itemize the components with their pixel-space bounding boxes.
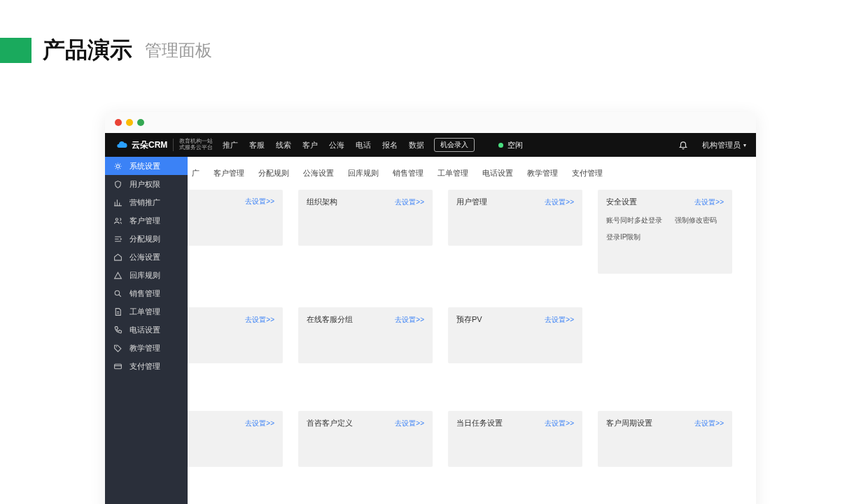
settings-card: 置去设置>> bbox=[188, 307, 283, 363]
settings-card: 用户管理去设置>> bbox=[448, 190, 582, 246]
content: 广客户管理分配规则公海设置回库规则销售管理工单管理电话设置教学管理支付管理 去设… bbox=[188, 157, 756, 504]
nav-service[interactable]: 客服 bbox=[249, 140, 265, 150]
topbar: 云朵CRM 教育机构一站 式服务云平台 推广 客服 线索 客户 公海 电话 报名… bbox=[105, 133, 756, 157]
accent-block bbox=[0, 38, 31, 63]
sidebar-item-3[interactable]: 客户管理 bbox=[105, 211, 188, 230]
subtab-1[interactable]: 分配规则 bbox=[251, 164, 296, 183]
sidebar-item-8[interactable]: 工单管理 bbox=[105, 302, 188, 321]
bell-icon[interactable] bbox=[678, 140, 688, 150]
svg-point-2 bbox=[116, 346, 118, 347]
card-setup-link[interactable]: 去设置>> bbox=[545, 197, 574, 207]
card-row-1: 去设置>>组织架构去设置>>用户管理去设置>>安全设置去设置>>账号同时多处登录… bbox=[188, 190, 756, 274]
status-dot-icon bbox=[498, 143, 503, 148]
search-icon bbox=[113, 289, 122, 298]
cloud-icon bbox=[115, 139, 129, 150]
nav-signup[interactable]: 报名 bbox=[382, 140, 398, 150]
card-icon bbox=[113, 362, 122, 371]
card-row-2: 置去设置>>在线客服分组去设置>>预存PV去设置>> bbox=[188, 307, 756, 363]
subtabs: 广客户管理分配规则公海设置回库规则销售管理工单管理电话设置教学管理支付管理 bbox=[188, 157, 756, 190]
logo[interactable]: 云朵CRM 教育机构一站 式服务云平台 bbox=[115, 139, 213, 151]
sidebar-item-label: 教学管理 bbox=[130, 343, 160, 354]
app-window: 云朵CRM 教育机构一站 式服务云平台 推广 客服 线索 客户 公海 电话 报名… bbox=[105, 112, 756, 504]
users-icon bbox=[113, 216, 122, 225]
triangle-icon bbox=[113, 271, 122, 280]
house-icon bbox=[113, 253, 122, 262]
subtab-2[interactable]: 公海设置 bbox=[296, 164, 341, 183]
sidebar-item-11[interactable]: 支付管理 bbox=[105, 357, 188, 375]
status-indicator[interactable]: 空闲 bbox=[498, 140, 523, 150]
subtab-5[interactable]: 工单管理 bbox=[430, 164, 475, 183]
nav-pool[interactable]: 公海 bbox=[329, 140, 344, 150]
card-title: 在线客服分组 bbox=[307, 314, 353, 325]
sidebar-item-label: 支付管理 bbox=[130, 361, 160, 372]
subtab-4[interactable]: 销售管理 bbox=[386, 164, 430, 183]
subtab-8[interactable]: 支付管理 bbox=[565, 164, 610, 183]
nav-data[interactable]: 数据 bbox=[409, 140, 424, 150]
card-title: 首咨客户定义 bbox=[307, 418, 353, 428]
sidebar-item-5[interactable]: 公海设置 bbox=[105, 248, 188, 266]
card-setup-link[interactable]: 去设置>> bbox=[694, 197, 724, 207]
card-option: 登录IP限制 bbox=[606, 232, 640, 242]
subtab-6[interactable]: 电话设置 bbox=[475, 164, 520, 183]
sidebar: 系统设置用户权限营销推广客户管理分配规则公海设置回库规则销售管理工单管理电话设置… bbox=[105, 157, 188, 504]
nav-phone[interactable]: 电话 bbox=[356, 140, 371, 150]
sidebar-item-1[interactable]: 用户权限 bbox=[105, 175, 188, 193]
settings-card: 首咨客户定义去设置>> bbox=[298, 411, 433, 467]
sidebar-item-6[interactable]: 回库规则 bbox=[105, 266, 188, 284]
subtab-0[interactable]: 客户管理 bbox=[206, 164, 251, 183]
sidebar-item-label: 公海设置 bbox=[130, 252, 160, 262]
card-title: 组织架构 bbox=[307, 197, 337, 207]
svg-point-1 bbox=[115, 290, 120, 295]
close-window-dot[interactable] bbox=[115, 119, 122, 126]
brand-sub: 教育机构一站 式服务云平台 bbox=[179, 139, 213, 151]
nav-leads[interactable]: 线索 bbox=[276, 140, 291, 150]
sidebar-item-label: 工单管理 bbox=[130, 307, 160, 317]
card-title: 安全设置 bbox=[606, 197, 637, 207]
sidebar-item-10[interactable]: 教学管理 bbox=[105, 339, 188, 357]
status-text: 空闲 bbox=[507, 140, 523, 150]
settings-card: 安全设置去设置>>账号同时多处登录强制修改密码登录IP限制 bbox=[598, 190, 732, 274]
minimize-window-dot[interactable] bbox=[126, 119, 133, 126]
sidebar-item-4[interactable]: 分配规则 bbox=[105, 230, 188, 248]
card-title: 用户管理 bbox=[456, 197, 487, 207]
brand-name: 云朵CRM bbox=[132, 139, 167, 151]
chevron-down-icon: ▾ bbox=[743, 142, 746, 148]
card-row-3: 则去设置>>首咨客户定义去设置>>当日任务设置去设置>>客户周期设置去设置>> bbox=[188, 411, 756, 467]
rule-icon bbox=[113, 234, 122, 244]
user-menu[interactable]: 机构管理员 ▾ bbox=[702, 140, 746, 150]
card-setup-link[interactable]: 去设置>> bbox=[545, 315, 574, 325]
sidebar-item-2[interactable]: 营销推广 bbox=[105, 193, 188, 211]
card-setup-link[interactable]: 去设置>> bbox=[395, 197, 424, 207]
sidebar-item-label: 回库规则 bbox=[130, 270, 160, 281]
card-option: 强制修改密码 bbox=[675, 216, 717, 225]
subtab-fragment[interactable]: 广 bbox=[188, 164, 206, 183]
card-title: 预存PV bbox=[456, 314, 482, 325]
sidebar-item-label: 客户管理 bbox=[130, 216, 160, 226]
sidebar-item-0[interactable]: 系统设置 bbox=[105, 157, 188, 175]
sidebar-item-label: 销售管理 bbox=[130, 288, 160, 299]
nav-customer[interactable]: 客户 bbox=[302, 140, 318, 150]
card-setup-link[interactable]: 去设置>> bbox=[694, 419, 724, 428]
sidebar-item-9[interactable]: 电话设置 bbox=[105, 321, 188, 339]
card-title: 当日任务设置 bbox=[456, 418, 503, 428]
card-setup-link[interactable]: 去设置>> bbox=[245, 197, 274, 206]
sidebar-item-label: 电话设置 bbox=[130, 325, 160, 335]
card-setup-link[interactable]: 去设置>> bbox=[245, 419, 274, 428]
shield-icon bbox=[113, 180, 122, 189]
settings-card: 则去设置>> bbox=[188, 411, 283, 467]
file-icon bbox=[113, 307, 122, 316]
settings-card: 预存PV去设置>> bbox=[448, 307, 582, 363]
card-setup-link[interactable]: 去设置>> bbox=[395, 315, 424, 325]
nav-promo[interactable]: 推广 bbox=[223, 140, 238, 150]
subtab-3[interactable]: 回库规则 bbox=[341, 164, 386, 183]
maximize-window-dot[interactable] bbox=[137, 119, 144, 126]
card-setup-link[interactable]: 去设置>> bbox=[545, 419, 574, 428]
card-setup-link[interactable]: 去设置>> bbox=[245, 315, 274, 325]
subtab-7[interactable]: 教学管理 bbox=[520, 164, 565, 183]
sidebar-item-label: 营销推广 bbox=[130, 197, 160, 208]
sidebar-item-7[interactable]: 销售管理 bbox=[105, 284, 188, 302]
page-header: 产品演示 管理面板 bbox=[0, 0, 847, 66]
record-opportunity-button[interactable]: 机会录入 bbox=[434, 138, 475, 152]
card-setup-link[interactable]: 去设置>> bbox=[395, 419, 424, 428]
settings-icon bbox=[113, 162, 122, 171]
